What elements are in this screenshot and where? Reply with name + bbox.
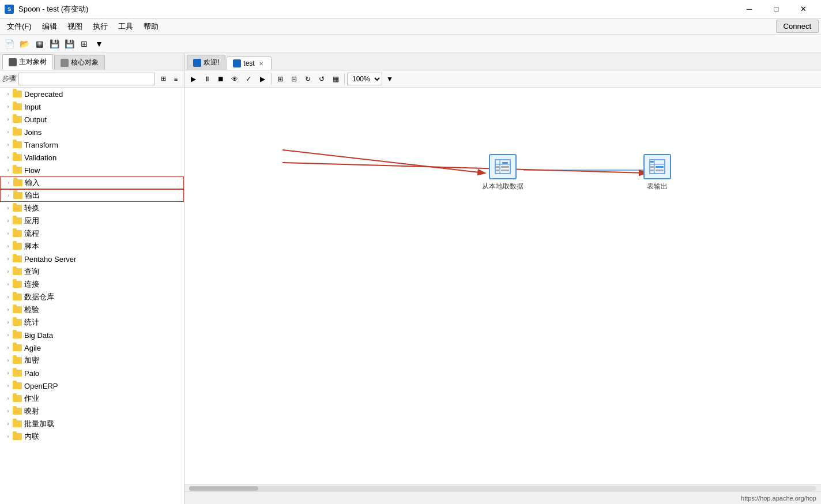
step3-btn[interactable]: ↻ bbox=[302, 73, 314, 85]
tree-item-warehouse[interactable]: ›数据仓库 bbox=[0, 291, 184, 303]
svg-rect-3 bbox=[502, 162, 508, 164]
menu-edit[interactable]: 编辑 bbox=[37, 19, 62, 34]
run-btn[interactable]: ▶ bbox=[187, 73, 199, 85]
menu-view[interactable]: 视图 bbox=[63, 19, 87, 34]
tree-item-query[interactable]: ›查询 bbox=[0, 265, 184, 278]
tree-item-flow-cn[interactable]: ›流程 bbox=[0, 227, 184, 240]
tree-arrow-agile: › bbox=[5, 344, 12, 351]
run2-btn[interactable]: ▶ bbox=[256, 73, 269, 85]
editor-tabs: 欢迎! test ✕ bbox=[184, 53, 821, 70]
connect-button[interactable]: Connect bbox=[776, 20, 819, 33]
tree-item-transform-cn[interactable]: ›转换 bbox=[0, 202, 184, 215]
search-icon-btn1[interactable]: ⊞ bbox=[157, 73, 169, 85]
tree-item-bigdata[interactable]: ›Big Data bbox=[0, 329, 184, 341]
menu-execute[interactable]: 执行 bbox=[88, 19, 112, 34]
folder-icon-flow-cn bbox=[13, 230, 22, 237]
tree-label-input-cn: 输入 bbox=[25, 178, 40, 188]
toolbar-layers-down[interactable]: ▼ bbox=[92, 37, 106, 51]
toolbar-save[interactable]: 💾 bbox=[47, 37, 61, 51]
tree-item-input[interactable]: ›Input bbox=[0, 100, 184, 113]
menu-help[interactable]: 帮助 bbox=[139, 19, 163, 34]
tree-item-batch[interactable]: ›批量加载 bbox=[0, 418, 184, 430]
tree-item-map[interactable]: ›映射 bbox=[0, 405, 184, 418]
test-tab-close[interactable]: ✕ bbox=[257, 59, 265, 67]
tree-item-inner[interactable]: ›内联 bbox=[0, 430, 184, 443]
tree-item-pentaho[interactable]: ›Pentaho Server bbox=[0, 253, 184, 265]
tree-item-script[interactable]: ›脚本 bbox=[0, 240, 184, 253]
tree-label-script: 脚本 bbox=[24, 241, 39, 251]
tree-arrow-batch: › bbox=[5, 420, 12, 427]
search-input[interactable] bbox=[18, 73, 155, 85]
tree-item-deprecated[interactable]: ›Deprecated bbox=[0, 88, 184, 100]
toolbar: 📄 📂 ▦ 💾 💾 ⊞ ▼ bbox=[0, 35, 821, 53]
tree-item-connect[interactable]: ›连接 bbox=[0, 278, 184, 291]
step-node-1[interactable]: 从本地取数据 bbox=[482, 154, 524, 191]
tree-item-encrypt[interactable]: ›加密 bbox=[0, 354, 184, 367]
tree-label-output: Output bbox=[24, 115, 47, 124]
step4-btn[interactable]: ↺ bbox=[315, 73, 328, 85]
tree-arrow-warehouse: › bbox=[5, 294, 12, 300]
tree-label-map: 映射 bbox=[24, 406, 39, 416]
stop-btn[interactable]: ⏹ bbox=[214, 73, 227, 85]
welcome-tab-label: 欢迎! bbox=[204, 58, 219, 67]
tree-arrow-check: › bbox=[5, 306, 12, 313]
search-icon-btn2[interactable]: ≡ bbox=[170, 73, 182, 85]
folder-icon-connect bbox=[13, 281, 22, 288]
zoom-down-btn[interactable]: ▼ bbox=[383, 73, 396, 85]
tab-core-objects[interactable]: 核心对象 bbox=[54, 55, 105, 70]
tree-item-input-cn[interactable]: ›输入 bbox=[0, 176, 184, 189]
zoom-select[interactable]: 100% 50% 75% 150% 200% bbox=[347, 73, 382, 85]
canvas-hscroll[interactable] bbox=[184, 484, 821, 491]
svg-rect-11 bbox=[650, 161, 654, 163]
tree-item-palo[interactable]: ›Palo bbox=[0, 367, 184, 379]
step1-btn[interactable]: ⊞ bbox=[274, 73, 287, 85]
tree-item-stats[interactable]: ›统计 bbox=[0, 316, 184, 329]
svg-rect-13 bbox=[650, 166, 654, 168]
folder-icon-output-cn bbox=[13, 192, 22, 199]
toolbar-open[interactable]: 📂 bbox=[17, 37, 31, 51]
menu-tools[interactable]: 工具 bbox=[114, 19, 138, 34]
tree-item-apply[interactable]: ›应用 bbox=[0, 215, 184, 227]
toolbar-new[interactable]: 📄 bbox=[2, 37, 16, 51]
folder-icon-input-cn bbox=[13, 179, 22, 186]
tab-welcome[interactable]: 欢迎! bbox=[187, 55, 225, 70]
check-btn[interactable]: ✓ bbox=[242, 73, 255, 85]
close-button[interactable]: ✕ bbox=[790, 0, 816, 18]
table-input-icon bbox=[494, 159, 511, 175]
toolbar-grid[interactable]: ▦ bbox=[32, 37, 46, 51]
toolbar-layers[interactable]: ⊞ bbox=[77, 37, 91, 51]
tree-arrow-inner: › bbox=[5, 433, 12, 440]
pause-btn[interactable]: ⏸ bbox=[201, 73, 213, 85]
grid-btn[interactable]: ▦ bbox=[329, 73, 342, 85]
welcome-tab-icon bbox=[193, 59, 201, 67]
tree-label-bigdata: Big Data bbox=[24, 331, 53, 340]
tree-item-validation[interactable]: ›Validation bbox=[0, 151, 184, 164]
tab-main-objects[interactable]: 主对象树 bbox=[2, 54, 53, 70]
right-panel: 欢迎! test ✕ ▶ ⏸ ⏹ 👁 ✓ ▶ ⊞ ⊟ ↻ ↺ ▦ 100% bbox=[184, 53, 821, 504]
toolbar-save-as[interactable]: 💾 bbox=[62, 37, 76, 51]
tree-item-joins[interactable]: ›Joins bbox=[0, 126, 184, 138]
annotation-arrow-input bbox=[283, 150, 484, 173]
window-controls: ─ □ ✕ bbox=[736, 0, 816, 18]
canvas-area[interactable]: 从本地取数据 表输出 bbox=[184, 88, 821, 484]
menu-file[interactable]: 文件(F) bbox=[2, 19, 36, 34]
folder-icon-map bbox=[13, 408, 22, 415]
minimize-button[interactable]: ─ bbox=[736, 0, 762, 18]
tree-label-output-cn: 输出 bbox=[25, 190, 40, 201]
tree-item-output-cn[interactable]: ›输出 bbox=[0, 189, 184, 202]
tree-container[interactable]: ›Deprecated›Input›Output›Joins›Transform… bbox=[0, 88, 184, 504]
tree-item-agile[interactable]: ›Agile bbox=[0, 341, 184, 354]
panel-tabs: 主对象树 核心对象 bbox=[0, 53, 184, 70]
tree-item-flow[interactable]: ›Flow bbox=[0, 164, 184, 176]
tree-item-erp[interactable]: ›OpenERP bbox=[0, 379, 184, 392]
step-node-2[interactable]: 表输出 bbox=[643, 154, 671, 191]
maximize-button[interactable]: □ bbox=[763, 0, 789, 18]
tree-item-check[interactable]: ›检验 bbox=[0, 303, 184, 316]
step2-btn[interactable]: ⊟ bbox=[288, 73, 300, 85]
preview-btn[interactable]: 👁 bbox=[228, 73, 241, 85]
main-layout: 主对象树 核心对象 步骤 ⊞ ≡ ›Deprecated›Input›Outpu… bbox=[0, 53, 821, 504]
tree-item-output[interactable]: ›Output bbox=[0, 113, 184, 126]
tree-item-transform[interactable]: ›Transform bbox=[0, 138, 184, 151]
tab-test[interactable]: test ✕ bbox=[227, 57, 271, 70]
tree-item-job[interactable]: ›作业 bbox=[0, 392, 184, 405]
